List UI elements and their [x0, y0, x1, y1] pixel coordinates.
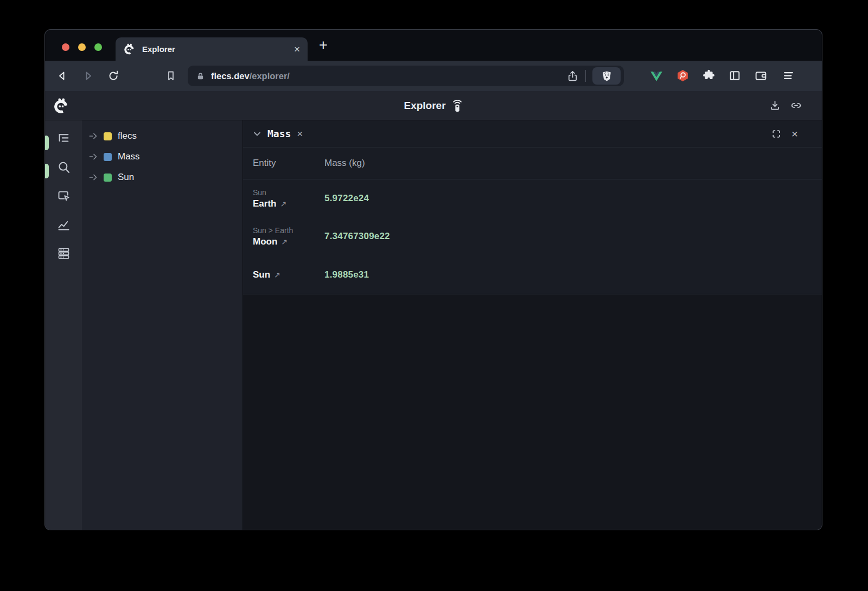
browser-toolbar: flecs.dev /explorer/ [45, 61, 822, 91]
entity-tree-panel: flecs Mass Sun [82, 120, 242, 530]
tables-icon[interactable] [56, 246, 71, 261]
close-window-button[interactable] [62, 43, 69, 51]
lock-icon [196, 72, 205, 81]
bookmark-icon[interactable] [164, 69, 177, 82]
table-row[interactable]: Sun Earth ↗ 5.9722e24 [243, 179, 822, 217]
mass-value: 1.9885e31 [324, 269, 812, 280]
table-row[interactable]: Sun ↗ 1.9885e31 [243, 255, 822, 294]
entity-color-swatch [104, 132, 112, 140]
url-domain: flecs.dev [211, 71, 250, 81]
column-header-entity: Entity [253, 158, 324, 169]
vue-devtools-extension-icon[interactable] [649, 69, 663, 83]
share-icon[interactable] [566, 70, 579, 82]
tree-item-label: Sun [118, 172, 134, 183]
mass-value: 5.9722e24 [324, 193, 812, 204]
mass-value: 7.34767309e22 [324, 231, 812, 242]
flecs-favicon-icon [123, 43, 136, 55]
tree-view-icon[interactable] [56, 131, 71, 146]
extensions-puzzle-icon[interactable] [702, 69, 716, 83]
column-header-mass: Mass (kg) [324, 158, 812, 169]
entity-name-link[interactable]: Moon [253, 236, 277, 247]
maximize-window-button[interactable] [94, 43, 102, 51]
app-title: Explorer [404, 100, 445, 112]
query-close-icon[interactable]: × [297, 129, 303, 139]
app-header: Explorer [45, 91, 822, 120]
tree-item-label: flecs [118, 131, 137, 142]
brave-shield-button[interactable] [592, 67, 621, 85]
menu-icon[interactable] [782, 69, 796, 83]
active-panel-indicator [45, 136, 49, 150]
result-table: Entity Mass (kg) Sun Earth ↗ 5.9722e24 [243, 147, 822, 294]
entity-name-link[interactable]: Earth [253, 198, 276, 209]
tab-close-icon[interactable]: × [294, 44, 300, 54]
expand-arrow-icon[interactable] [89, 174, 99, 181]
tree-item-flecs[interactable]: flecs [82, 126, 242, 146]
back-button[interactable] [56, 69, 69, 82]
external-link-icon[interactable]: ↗ [274, 271, 280, 279]
entity-color-swatch [104, 153, 112, 161]
forward-button[interactable] [81, 69, 94, 82]
chevron-down-icon[interactable] [252, 129, 263, 139]
reload-button[interactable] [107, 69, 120, 82]
connection-status-icon[interactable] [451, 99, 463, 113]
tree-item-sun[interactable]: Sun [82, 167, 242, 188]
entity-parent-path: Sun [253, 188, 324, 197]
minimize-window-button[interactable] [78, 43, 86, 51]
download-icon[interactable] [769, 99, 781, 112]
link-icon[interactable] [790, 99, 802, 112]
tab-strip: Explorer × + [45, 30, 822, 61]
entity-color-swatch [104, 174, 112, 182]
expand-arrow-icon[interactable] [89, 132, 99, 140]
stats-chart-icon[interactable] [56, 217, 71, 232]
table-row[interactable]: Sun > Earth Moon ↗ 7.34767309e22 [243, 217, 822, 255]
sidebar-toggle-icon[interactable] [728, 69, 742, 83]
search-icon[interactable] [56, 160, 71, 175]
browser-window: Explorer × + [45, 30, 822, 530]
url-path: /explorer/ [250, 71, 290, 81]
tab-title: Explorer [142, 44, 294, 54]
query-panel-header: Mass × × [243, 120, 822, 147]
table-header-row: Entity Mass (kg) [243, 147, 822, 179]
divider [585, 70, 586, 82]
expand-arrow-icon[interactable] [89, 153, 99, 160]
tab-explorer[interactable]: Explorer × [116, 37, 308, 61]
external-link-icon[interactable]: ↗ [281, 237, 288, 246]
url-bar[interactable]: flecs.dev /explorer/ [188, 66, 624, 86]
panel-close-icon[interactable]: × [792, 128, 798, 139]
external-link-icon[interactable]: ↗ [280, 200, 286, 208]
fullscreen-icon[interactable] [771, 129, 782, 139]
inspect-icon[interactable] [56, 189, 71, 203]
query-panel: Mass × × Enti [242, 120, 822, 530]
active-panel-indicator [45, 164, 49, 178]
entity-parent-path: Sun > Earth [253, 226, 324, 235]
query-name: Mass [267, 128, 291, 139]
new-tab-button[interactable]: + [319, 37, 328, 53]
tree-item-mass[interactable]: Mass [82, 146, 242, 167]
entity-name-link[interactable]: Sun [253, 269, 270, 280]
content-area: flecs Mass Sun [45, 120, 822, 530]
icon-rail [45, 120, 82, 530]
tree-item-label: Mass [118, 151, 140, 162]
wallet-icon[interactable] [754, 69, 768, 83]
hexagon-extension-icon[interactable] [676, 69, 690, 83]
